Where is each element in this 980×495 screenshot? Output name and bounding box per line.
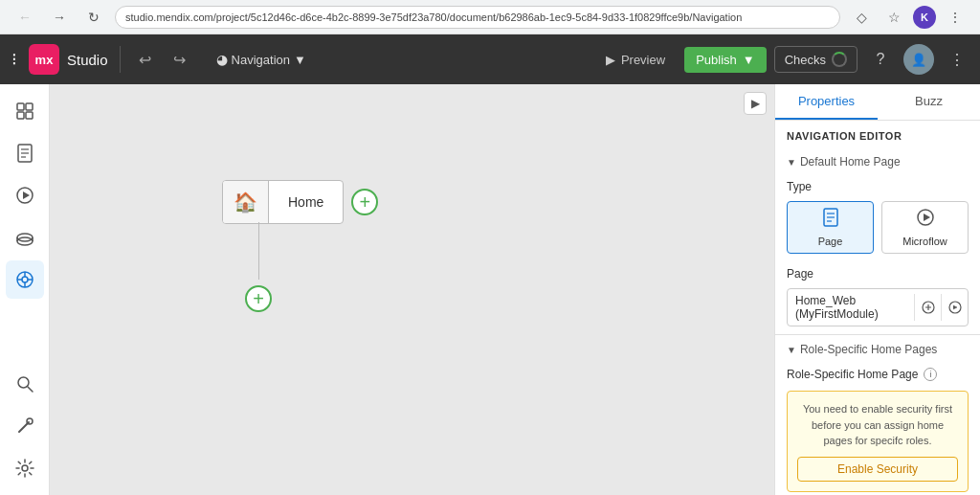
svg-line-21 (28, 387, 33, 392)
sidebar-item-microflows[interactable] (6, 176, 44, 214)
home-icon: 🏠 (234, 191, 257, 214)
svg-rect-1 (26, 103, 33, 110)
home-node-label: Home (269, 194, 343, 210)
browser-bar: ← → ↻ studio.mendix.com/project/5c12d46c… (0, 0, 980, 34)
publish-chevron-icon: ▼ (743, 53, 755, 67)
svg-marker-29 (924, 214, 930, 221)
nav-breadcrumb[interactable]: ◕ Navigation ▼ (209, 48, 314, 71)
microflows-icon (14, 185, 35, 206)
microflow-option-label: Microflow (902, 236, 947, 247)
page-field: Home_Web (MyFirstModule) (787, 288, 969, 326)
svg-marker-9 (23, 191, 30, 199)
settings-icon (14, 458, 35, 479)
sidebar-item-app-structure[interactable] (6, 92, 44, 130)
svg-rect-3 (26, 112, 33, 119)
chevron-icon: ▼ (787, 157, 796, 168)
svg-rect-0 (17, 103, 24, 110)
app-container: ⁝ mx Studio ↩ ↪ ◕ Navigation ▼ ▶ Preview… (0, 34, 980, 495)
navigation-icon (14, 269, 35, 290)
right-panel-tabs: Properties Buzz (775, 84, 980, 121)
type-microflow-option[interactable]: Microflow (881, 201, 969, 254)
connector-line (258, 222, 259, 280)
navigation-icon: ◕ (216, 52, 228, 67)
svg-point-22 (27, 418, 33, 424)
tab-properties[interactable]: Properties (775, 84, 878, 120)
goto-icon (948, 301, 962, 314)
redo-button[interactable]: ↪ (167, 46, 193, 73)
checks-spinner (832, 52, 847, 67)
preview-play-icon: ▶ (606, 53, 615, 67)
svg-point-15 (22, 277, 28, 282)
svg-point-23 (22, 465, 28, 471)
sidebar-item-tools[interactable] (6, 407, 44, 445)
svg-rect-2 (17, 112, 24, 119)
left-sidebar (0, 84, 50, 495)
page-field-goto-button[interactable] (941, 294, 968, 321)
page-option-label: Page (818, 236, 843, 247)
page-field-value: Home_Web (MyFirstModule) (788, 289, 914, 326)
reload-button[interactable]: ↻ (80, 4, 107, 31)
default-home-page-label: Default Home Page (800, 155, 901, 169)
page-field-edit-button[interactable] (914, 294, 941, 321)
right-panel: Properties Buzz NAVIGATION EDITOR ▼ Defa… (774, 84, 980, 495)
forward-button[interactable]: → (46, 4, 73, 31)
role-field-row: Role-Specific Home Page i (775, 362, 980, 387)
enable-security-button[interactable]: Enable Security (797, 457, 958, 482)
address-bar[interactable]: studio.mendix.com/project/5c12d46c-d6ce-… (115, 6, 840, 29)
checks-button[interactable]: Checks (774, 46, 858, 73)
browser-profile[interactable]: K (913, 6, 936, 29)
more-options-button[interactable]: ⋮ (942, 44, 972, 75)
url-text: studio.mendix.com/project/5c12d46c-d6ce-… (125, 11, 742, 23)
home-node[interactable]: 🏠 Home (222, 180, 344, 224)
role-field-label: Role-Specific Home Page (787, 368, 918, 381)
back-button[interactable]: ← (11, 4, 38, 31)
app-structure-icon (14, 101, 35, 122)
undo-button[interactable]: ↩ (132, 46, 159, 73)
waffle-icon[interactable]: ⁝ (8, 45, 21, 74)
default-home-page-section[interactable]: ▼ Default Home Page (775, 147, 980, 174)
menu-button[interactable]: ⋮ (942, 4, 969, 31)
preview-button[interactable]: ▶ Preview (594, 47, 677, 73)
topbar-divider (120, 46, 121, 73)
type-field-label: Type (775, 174, 980, 197)
help-button[interactable]: ? (865, 44, 896, 75)
role-specific-section[interactable]: ▼ Role-Specific Home Pages (775, 335, 980, 362)
type-selector: Page Microflow (775, 197, 980, 261)
warning-box: You need to enable security first before… (787, 391, 969, 492)
add-child-button[interactable]: + (351, 189, 378, 215)
chevron-down-icon: ▼ (294, 53, 306, 67)
home-node-icon: 🏠 (223, 181, 269, 223)
nav-label: Navigation (232, 53, 290, 67)
sidebar-item-pages[interactable] (6, 134, 44, 172)
pages-icon (15, 143, 34, 164)
add-sibling-button[interactable]: + (245, 285, 272, 312)
page-field-label: Page (775, 261, 980, 284)
svg-point-20 (18, 377, 29, 388)
bookmark-button[interactable]: ☆ (880, 4, 907, 31)
role-section: ▼ Role-Specific Home Pages Role-Specific… (775, 334, 980, 492)
warning-text: You need to enable security first before… (797, 401, 958, 449)
right-panel-content: NAVIGATION EDITOR ▼ Default Home Page Ty… (775, 121, 980, 495)
sidebar-item-navigation[interactable] (6, 260, 44, 299)
nav-node: 🏠 Home + (222, 180, 378, 224)
microflow-option-icon (916, 208, 935, 232)
extensions-button[interactable]: ◇ (848, 4, 875, 31)
role-section-label: Role-Specific Home Pages (800, 343, 937, 356)
sidebar-item-domain-model[interactable] (6, 218, 44, 257)
sidebar-item-settings[interactable] (6, 449, 44, 487)
tools-icon (15, 416, 34, 436)
navigation-editor-title: NAVIGATION EDITOR (775, 121, 980, 147)
search-icon (15, 374, 34, 394)
browser-icons: ◇ ☆ K ⋮ (848, 4, 969, 31)
publish-button[interactable]: Publish ▼ (684, 47, 767, 73)
sidebar-item-search[interactable] (6, 365, 44, 403)
expand-canvas-button[interactable]: ▶ (744, 92, 767, 115)
tab-buzz[interactable]: Buzz (878, 84, 980, 120)
user-avatar[interactable]: 👤 (903, 44, 934, 75)
main-content: ▶ 🏠 Home + + Properties Buzz (0, 84, 980, 495)
role-chevron-icon: ▼ (787, 345, 796, 355)
type-page-option[interactable]: Page (787, 201, 874, 254)
domain-model-icon (14, 227, 35, 248)
info-icon[interactable]: i (924, 368, 937, 381)
mx-logo: mx (29, 44, 59, 75)
